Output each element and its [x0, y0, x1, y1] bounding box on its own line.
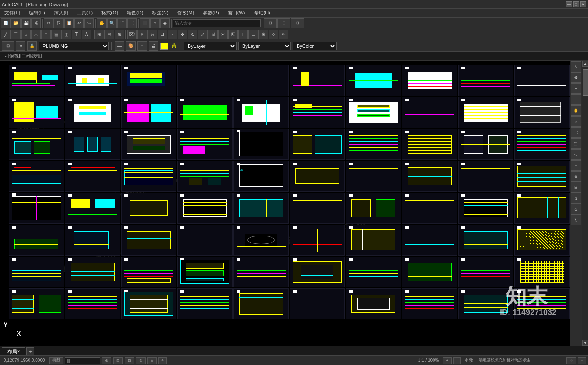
menu-modify[interactable]: 修改(M)	[175, 10, 197, 16]
snap-btn[interactable]: ⊕	[102, 357, 111, 364]
tb-render[interactable]: ◈	[160, 18, 170, 28]
tb2-pedit[interactable]: ✏	[279, 30, 288, 39]
tb2-stretch[interactable]: ⇲	[208, 30, 218, 39]
tab-add-button[interactable]: +	[26, 347, 34, 355]
polar-btn[interactable]: ⊙	[136, 357, 146, 364]
tb-snap2[interactable]: ⊞	[277, 18, 290, 28]
tb2-scale[interactable]: ⤢	[198, 30, 208, 39]
rt-properties[interactable]: ℹ	[571, 193, 581, 204]
tb-snap1[interactable]: ⊡	[264, 18, 277, 28]
tb-open[interactable]: 📂	[11, 18, 21, 28]
layer-toggle[interactable]: ☀	[16, 41, 25, 51]
rt-move[interactable]: ✥	[571, 72, 581, 83]
layer-lock[interactable]: 🔒	[27, 41, 37, 51]
tb2-text[interactable]: T	[72, 30, 81, 39]
menu-edit[interactable]: 编辑(E)	[26, 10, 48, 16]
layer-manager-btn[interactable]: ⊞	[2, 41, 14, 51]
linetype-select1[interactable]: ByLayer	[184, 42, 237, 50]
scroll-up-arrow[interactable]: ▲	[582, 61, 588, 67]
minimize-button[interactable]: —	[566, 1, 572, 7]
close-button[interactable]: ✕	[580, 1, 586, 7]
tb-zoom[interactable]: 🔍	[107, 18, 117, 28]
tb-zoom-ext[interactable]: ⛶	[127, 18, 137, 28]
tb2-erase[interactable]: ⌦	[127, 30, 137, 39]
tb2-offset[interactable]: ⇉	[158, 30, 167, 39]
tb2-trim[interactable]: ✂	[218, 30, 228, 39]
tb2-explode[interactable]: ✳	[258, 30, 268, 39]
tb-snap3[interactable]: ⊟	[291, 18, 304, 28]
tb2-insert[interactable]: ⊟	[104, 30, 114, 39]
rt-window[interactable]: ⬚	[571, 138, 581, 149]
linetype-btn[interactable]: ―	[115, 41, 124, 51]
menu-params[interactable]: 参数(P)	[200, 10, 222, 16]
snap-indicator[interactable]: |||	[65, 357, 100, 364]
tb2-arc[interactable]: ⌓	[31, 30, 41, 39]
otrack-btn[interactable]: ⌖	[158, 357, 167, 364]
rt-regen[interactable]: ↻	[571, 215, 581, 225]
menu-insert[interactable]: 插入(I)	[51, 10, 71, 16]
rt-zoom-out[interactable]: -	[571, 94, 581, 105]
rt-orbit[interactable]: ○	[571, 116, 581, 127]
tb2-break[interactable]: ⌷	[238, 30, 248, 39]
menu-help[interactable]: 帮助(H)	[251, 10, 273, 16]
scrollbar-right[interactable]: ▲ ▼	[582, 61, 588, 346]
tb2-line[interactable]: ╱	[1, 30, 11, 39]
rt-match[interactable]: ⊙	[571, 204, 581, 215]
canvas-area[interactable]: N 知末网 www.znzmo.com 知末网 www.znzmo.com 知末…	[0, 61, 570, 346]
tb-pan[interactable]: ✋	[97, 18, 107, 28]
tb2-block[interactable]: ⊞	[94, 30, 104, 39]
tb2-mtext[interactable]: A	[82, 30, 91, 39]
workspace-btn[interactable]: ⊹	[566, 357, 576, 364]
menu-draw[interactable]: 绘图(D)	[124, 10, 146, 16]
tb-zoom-win[interactable]: ⬚	[117, 18, 127, 28]
rt-select[interactable]: ↖	[571, 61, 581, 72]
layer-select[interactable]: PLUMBING	[39, 42, 109, 50]
rt-extents[interactable]: ⛶	[571, 127, 581, 138]
tb-copy[interactable]: ⎘	[54, 18, 64, 28]
tb2-hatch[interactable]: ▤	[51, 30, 61, 39]
tb2-rect[interactable]: □	[41, 30, 51, 39]
model-space-btn[interactable]: 模型	[49, 357, 63, 364]
tb2-region[interactable]: ◫	[61, 30, 71, 39]
statusbar-btn[interactable]: ≡	[578, 357, 586, 364]
tb-redo[interactable]: ↪	[84, 18, 94, 28]
scrollbar-thumb[interactable]	[583, 69, 588, 96]
tb-cut[interactable]: ✂	[44, 18, 54, 28]
menu-file[interactable]: 文件(F)	[2, 10, 23, 16]
zoom-btn[interactable]: +	[443, 357, 451, 364]
linecolor-select[interactable]: ByColor	[293, 42, 337, 50]
menu-annotate[interactable]: 标注(N)	[149, 10, 171, 16]
tb2-rotate[interactable]: ↻	[188, 30, 197, 39]
tb-orbit[interactable]: ○	[150, 18, 160, 28]
tb2-extend[interactable]: ⇱	[228, 30, 238, 39]
tab-layout2[interactable]: 布局2	[2, 347, 25, 355]
rt-grid[interactable]: ⊞	[571, 182, 581, 193]
tb-undo[interactable]: ↩	[74, 18, 84, 28]
tb2-copy2[interactable]: ⎘	[137, 30, 147, 39]
rt-zoom-in[interactable]: +	[571, 83, 581, 94]
rt-snap[interactable]: ⊕	[571, 171, 581, 182]
tb-new[interactable]: 📄	[1, 18, 11, 28]
tb2-polyline[interactable]: ⌒	[11, 30, 21, 39]
osnap-btn[interactable]: ◈	[147, 357, 157, 364]
tb2-array[interactable]: ⋮	[168, 30, 177, 39]
lineweight-btn[interactable]: ≡	[137, 41, 147, 51]
rt-previous[interactable]: ◁	[571, 149, 581, 160]
command-input[interactable]	[173, 19, 261, 27]
tb2-attrib[interactable]: ⊕	[115, 30, 124, 39]
unzoom-btn[interactable]: -	[453, 357, 461, 364]
tb-save[interactable]: 💾	[21, 18, 31, 28]
ortho-btn[interactable]: ⊟	[125, 357, 134, 364]
tb-paste[interactable]: 📋	[64, 18, 74, 28]
tb-3dview[interactable]: ⬛	[140, 18, 150, 28]
rt-layer[interactable]: ≡	[571, 160, 581, 171]
menu-tools[interactable]: 工具(T)	[74, 10, 95, 16]
rt-pan[interactable]: ✋	[571, 105, 581, 116]
tb2-move[interactable]: ✥	[178, 30, 187, 39]
print-btn[interactable]: 🖨	[149, 41, 158, 51]
tb2-mirror[interactable]: ⇔	[147, 30, 157, 39]
linetype-select2[interactable]: ByLayer	[238, 42, 291, 50]
grid-btn[interactable]: ⊞	[113, 357, 123, 364]
menu-window[interactable]: 窗口(W)	[225, 10, 248, 16]
menu-format[interactable]: 格式(O)	[99, 10, 121, 16]
